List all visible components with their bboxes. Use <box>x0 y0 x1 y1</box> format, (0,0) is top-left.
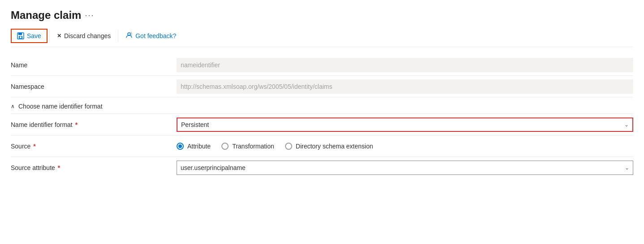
source-attr-required: * <box>58 164 60 171</box>
source-attr-row: Source attribute * user.userprincipalnam… <box>11 157 633 179</box>
name-id-format-dropdown[interactable]: Persistent ⌄ <box>177 118 633 132</box>
name-id-format-control: Persistent ⌄ <box>177 115 633 135</box>
source-radio-group: Attribute Transformation Directory schem… <box>177 143 633 150</box>
namespace-label: Namespace <box>11 79 177 94</box>
source-control: Attribute Transformation Directory schem… <box>177 140 633 152</box>
x-icon: ✕ <box>57 33 61 39</box>
feedback-label: Got feedback? <box>135 32 176 39</box>
name-control <box>177 55 633 75</box>
chevron-down-icon: ⌄ <box>624 122 629 128</box>
page-title: Manage claim <box>11 9 81 22</box>
radio-attribute[interactable] <box>177 143 184 150</box>
toolbar-divider-2 <box>118 30 118 42</box>
discard-label: Discard changes <box>64 32 111 39</box>
svg-rect-1 <box>18 33 22 35</box>
radio-option-transformation[interactable]: Transformation <box>221 143 274 150</box>
toolbar: Save ✕ Discard changes Got feedback? <box>11 29 633 47</box>
feedback-button[interactable]: Got feedback? <box>120 29 182 43</box>
svg-rect-3 <box>20 36 22 38</box>
chevron-up-icon: ∧ <box>11 103 15 109</box>
name-input[interactable] <box>177 58 633 72</box>
name-id-format-label: Name identifier format * <box>11 118 177 132</box>
name-id-format-row: Name identifier format * Persistent ⌄ <box>11 114 633 135</box>
radio-directory[interactable] <box>285 143 292 150</box>
save-label: Save <box>27 32 41 39</box>
source-attr-control: user.userprincipalname ⌄ <box>177 158 633 178</box>
source-attr-label: Source attribute * <box>11 161 177 175</box>
name-id-format-required: * <box>75 121 78 128</box>
source-required: * <box>33 143 35 150</box>
source-label: Source * <box>11 139 177 153</box>
svg-point-4 <box>128 33 130 35</box>
radio-directory-label: Directory schema extension <box>296 143 373 150</box>
save-icon <box>17 32 24 39</box>
form: Name Namespace ∧ Choose name identifier … <box>11 54 633 179</box>
source-attr-value: user.userprincipalname <box>181 164 246 171</box>
radio-option-directory[interactable]: Directory schema extension <box>285 143 373 150</box>
save-button[interactable]: Save <box>11 29 48 43</box>
page-title-area: Manage claim ··· <box>11 9 633 22</box>
name-row: Name <box>11 54 633 76</box>
namespace-control <box>177 77 633 96</box>
manage-claim-page: Manage claim ··· Save ✕ Discard changes <box>0 0 644 244</box>
source-attr-chevron-icon: ⌄ <box>625 165 629 171</box>
name-label: Name <box>11 58 177 72</box>
radio-transformation-label: Transformation <box>232 143 274 150</box>
radio-transformation[interactable] <box>221 143 229 150</box>
toolbar-divider <box>49 30 50 42</box>
source-row: Source * Attribute Transformation <box>11 135 633 157</box>
radio-attribute-label: Attribute <box>187 143 211 150</box>
ellipsis-menu[interactable]: ··· <box>85 11 94 20</box>
section-header-text: Choose name identifier format <box>18 103 103 110</box>
section-header-identifier[interactable]: ∧ Choose name identifier format <box>11 97 633 114</box>
discard-button[interactable]: ✕ Discard changes <box>52 30 116 42</box>
source-attr-dropdown[interactable]: user.userprincipalname ⌄ <box>177 161 633 175</box>
feedback-icon <box>125 31 133 40</box>
namespace-input[interactable] <box>177 79 633 94</box>
namespace-row: Namespace <box>11 76 633 97</box>
radio-option-attribute[interactable]: Attribute <box>177 143 211 150</box>
name-id-format-value: Persistent <box>181 121 209 128</box>
